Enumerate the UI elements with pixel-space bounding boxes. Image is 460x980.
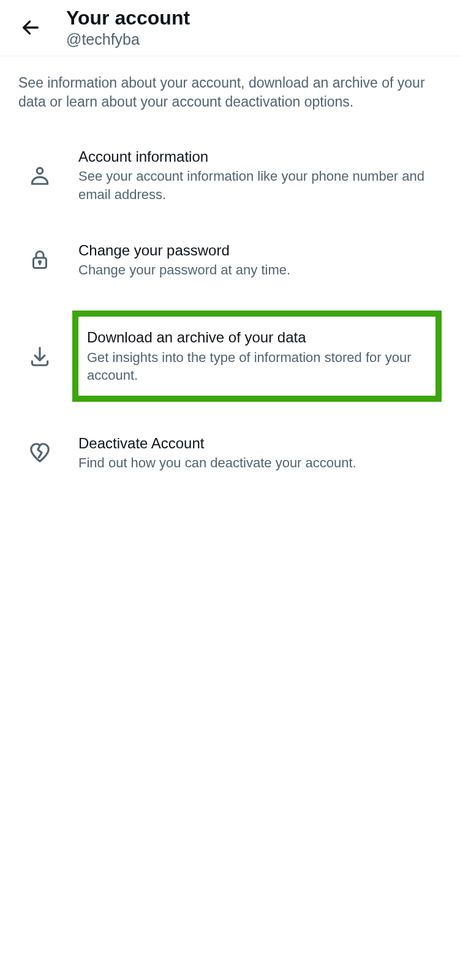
- lock-icon: [18, 244, 61, 275]
- page-title: Your account: [66, 6, 190, 29]
- menu-download-archive[interactable]: Download an archive of your data Get ins…: [0, 297, 460, 415]
- menu-deactivate-account[interactable]: Deactivate Account Find out how you can …: [0, 415, 460, 491]
- menu-title: Download an archive of your data: [87, 328, 427, 347]
- svg-point-1: [37, 168, 43, 174]
- person-icon: [18, 160, 61, 190]
- page-description: See information about your account, down…: [0, 56, 460, 129]
- menu-title: Account information: [78, 147, 435, 166]
- back-button[interactable]: [18, 15, 43, 40]
- menu-desc: Change your password at any time.: [78, 261, 435, 279]
- menu-desc: Get insights into the type of informatio…: [87, 349, 427, 385]
- header: Your account @techfyba: [0, 0, 460, 56]
- menu-desc: Find out how you can deactivate your acc…: [78, 454, 435, 472]
- arrow-left-icon: [20, 17, 41, 38]
- menu-account-information[interactable]: Account information See your account inf…: [0, 129, 460, 222]
- menu-title: Change your password: [78, 241, 435, 260]
- menu-change-password[interactable]: Change your password Change your passwor…: [0, 222, 460, 298]
- user-handle: @techfyba: [66, 29, 190, 50]
- menu-desc: See your account information like your p…: [78, 167, 435, 203]
- heart-broken-icon: [18, 437, 61, 468]
- header-titles: Your account @techfyba: [66, 6, 190, 50]
- download-icon: [18, 341, 61, 372]
- menu-title: Deactivate Account: [78, 434, 435, 453]
